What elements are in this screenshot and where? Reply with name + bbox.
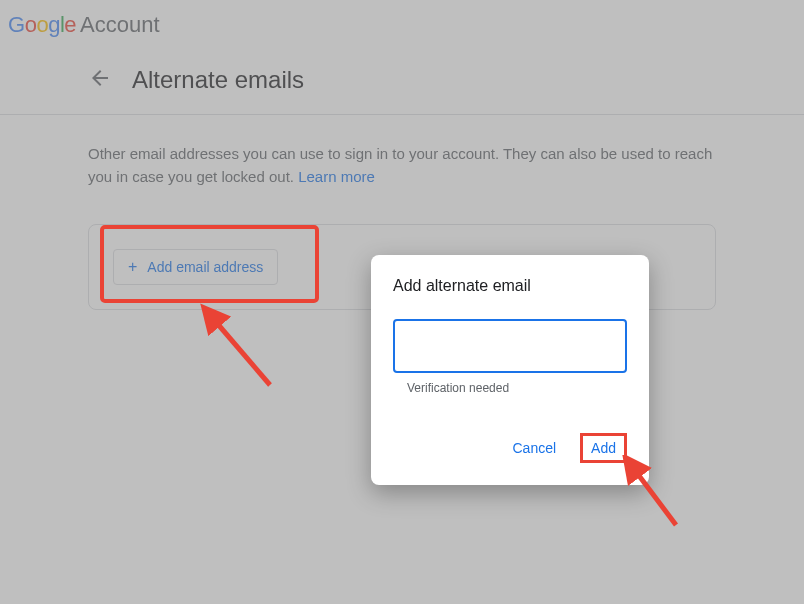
cancel-button[interactable]: Cancel bbox=[512, 440, 556, 456]
modal-overlay: Add alternate email Verification needed … bbox=[0, 0, 804, 604]
svg-line-0 bbox=[210, 315, 270, 385]
input-helper-text: Verification needed bbox=[407, 381, 627, 395]
annotation-arrow-1 bbox=[180, 295, 280, 395]
add-alternate-email-dialog: Add alternate email Verification needed … bbox=[371, 255, 649, 485]
alternate-email-input[interactable] bbox=[393, 319, 627, 373]
dialog-actions: Cancel Add bbox=[393, 433, 627, 463]
annotation-highlight-add-email bbox=[100, 225, 319, 303]
dialog-title: Add alternate email bbox=[393, 277, 627, 295]
add-button[interactable]: Add bbox=[580, 433, 627, 463]
